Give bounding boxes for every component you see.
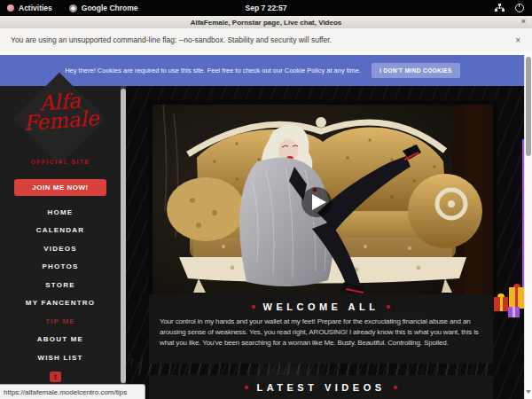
latest-videos-title: LATEST VIDEOS bbox=[256, 382, 385, 393]
cookie-message: Hey there! Cookies are required to use t… bbox=[65, 66, 361, 74]
activities-button[interactable]: Activities bbox=[19, 4, 52, 12]
heading-bullet-icon bbox=[387, 304, 392, 309]
latest-videos-section: LATEST VIDEOS bbox=[149, 375, 493, 399]
latest-videos-heading: LATEST VIDEOS bbox=[149, 375, 493, 393]
welcome-title: WELCOME ALL bbox=[263, 301, 379, 312]
sidebar-item-tip-me[interactable]: TIP ME bbox=[0, 312, 121, 331]
play-button[interactable] bbox=[301, 186, 332, 218]
heading-bullet-icon bbox=[251, 304, 256, 309]
cookie-accept-button[interactable]: I DON'T MIND COOKIES bbox=[372, 63, 460, 78]
sidebar: Alfa Female OFFICIAL SITE JOIN ME NOW! H… bbox=[0, 86, 121, 399]
scrollbar-down-arrow-icon[interactable] bbox=[526, 390, 531, 394]
sidebar-item-store[interactable]: STORE bbox=[0, 276, 121, 294]
sidebar-item-wish-list[interactable]: WISH LIST bbox=[0, 348, 121, 367]
sidebar-item-about-me[interactable]: ABOUT ME bbox=[0, 331, 121, 349]
gift-box-purple-icon bbox=[508, 307, 520, 317]
network-icon[interactable] bbox=[495, 4, 505, 12]
sidebar-menu: HOME CALENDAR VIDEOS PHOTOS STORE MY FAN… bbox=[0, 203, 121, 367]
cookie-consent-bar: Hey there! Cookies are required to use t… bbox=[0, 55, 525, 86]
activities-indicator-icon bbox=[7, 4, 14, 12]
gift-box-yellow-icon bbox=[509, 287, 524, 309]
power-icon[interactable] bbox=[515, 4, 524, 12]
app-menu-button[interactable]: Google Chrome bbox=[82, 4, 138, 12]
chrome-infobar: You are using an unsupported command-lin… bbox=[0, 28, 532, 52]
heading-bullet-icon bbox=[245, 385, 250, 390]
heading-bullet-icon bbox=[393, 385, 398, 390]
welcome-section: WELCOME ALL Your control in my hands and… bbox=[149, 294, 493, 364]
official-site-tagline: OFFICIAL SITE bbox=[0, 159, 121, 165]
welcome-heading: WELCOME ALL bbox=[149, 294, 493, 312]
twitter-icon[interactable]: t bbox=[50, 372, 61, 382]
infobar-close-icon[interactable]: × bbox=[515, 35, 520, 45]
gifts-icon[interactable] bbox=[493, 284, 528, 323]
tab-title: AlfaFemale, Pornstar page, Live chat, Vi… bbox=[191, 19, 342, 27]
sidebar-item-home[interactable]: HOME bbox=[0, 203, 121, 222]
system-top-bar: Activities Google Chrome bbox=[0, 0, 532, 16]
status-url-text: https://alfafemale.modelcentro.com/tips bbox=[4, 388, 127, 396]
infobar-message: You are using an unsupported command-lin… bbox=[11, 35, 332, 44]
window-title-bar: AlfaFemale, Pornstar page, Live chat, Vi… bbox=[0, 16, 532, 29]
sidebar-item-calendar[interactable]: CALENDAR bbox=[0, 222, 121, 240]
status-url-bubble: https://alfafemale.modelcentro.com/tips bbox=[0, 384, 145, 399]
tab-close-icon[interactable]: × bbox=[521, 17, 526, 26]
chrome-app-icon bbox=[69, 4, 77, 12]
site-logo[interactable]: Alfa Female bbox=[0, 89, 121, 134]
welcome-body-text: Your control in my hands and your wallet… bbox=[160, 317, 482, 348]
page-scrollbar-thumb[interactable] bbox=[526, 57, 531, 156]
sidebar-item-my-fancentro[interactable]: MY FANCENTRO bbox=[0, 294, 121, 313]
sidebar-item-photos[interactable]: PHOTOS bbox=[0, 258, 121, 277]
sidebar-item-videos[interactable]: VIDEOS bbox=[0, 239, 121, 258]
join-me-now-button[interactable]: JOIN ME NOW! bbox=[14, 179, 106, 196]
gift-box-red-icon bbox=[494, 297, 508, 311]
